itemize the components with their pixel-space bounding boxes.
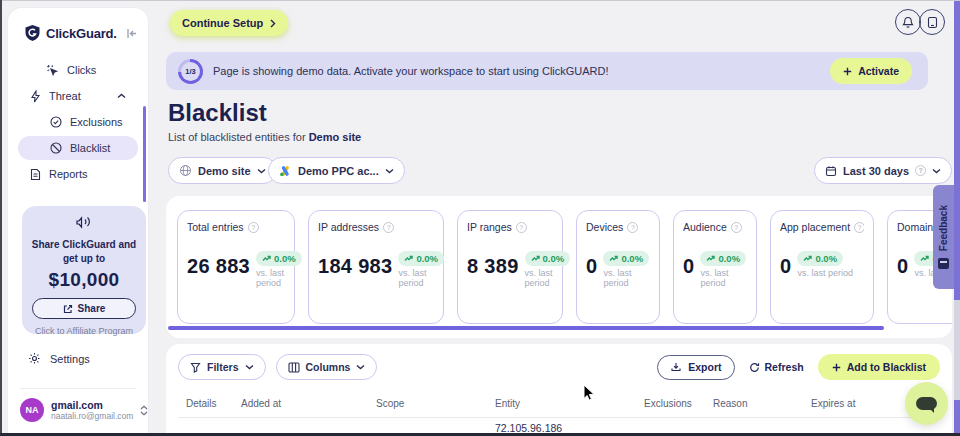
- info-icon[interactable]: ?: [516, 222, 527, 233]
- page-subtitle: List of blacklisted entities for Demo si…: [168, 131, 361, 143]
- chevron-down-icon: [257, 168, 266, 174]
- funnel-icon: [190, 362, 201, 373]
- column-header-reason[interactable]: Reason: [713, 398, 747, 409]
- affiliate-link-text: Click to Affiliate Program: [29, 326, 139, 336]
- stat-card-total-entries: Total entries? 26 883 0.0% vs. last peri…: [177, 210, 295, 324]
- site-selector[interactable]: Demo site: [168, 157, 277, 184]
- column-header-details[interactable]: Details: [186, 398, 217, 409]
- setup-progress-value: 1/3: [181, 62, 200, 81]
- docs-button[interactable]: [919, 9, 945, 35]
- select-chevrons-icon: [140, 405, 148, 416]
- chat-widget-button[interactable]: [905, 382, 948, 425]
- info-icon: ?: [915, 165, 926, 176]
- info-icon[interactable]: ?: [248, 222, 259, 233]
- sidebar-item-label: Reports: [49, 168, 88, 180]
- column-header-scope[interactable]: Scope: [376, 398, 404, 409]
- stat-label: IP addresses: [318, 221, 379, 233]
- export-button-label: Export: [688, 361, 721, 373]
- page-scrollbar-thumb-lower[interactable]: [954, 400, 960, 436]
- stat-value: 0: [683, 256, 694, 276]
- filters-button-label: Filters: [207, 361, 239, 373]
- vs-period-text: vs. last period: [797, 268, 853, 278]
- page-scrollbar-thumb[interactable]: [954, 0, 960, 300]
- add-to-blacklist-label: Add to Blacklist: [847, 361, 926, 373]
- avatar: NA: [20, 398, 44, 422]
- feedback-tab-label: Feedback: [938, 205, 949, 251]
- export-button[interactable]: Export: [657, 355, 734, 380]
- sidebar: ClickGuard. Clicks Threat Exclusions Bla…: [8, 8, 148, 436]
- activate-button-label: Activate: [858, 65, 899, 77]
- notifications-button[interactable]: [895, 9, 921, 35]
- external-link-icon: [63, 304, 73, 314]
- sidebar-item-threat[interactable]: Threat: [18, 84, 138, 108]
- cards-horizontal-scrollbar[interactable]: [168, 326, 884, 330]
- delta-badge: 0.0%: [603, 251, 649, 266]
- sidebar-item-label: Exclusions: [70, 116, 123, 128]
- promo-text: Share ClickGuard and get up to: [29, 238, 139, 265]
- window-edge-left: [0, 0, 2, 436]
- sidebar-item-label: Threat: [49, 90, 81, 102]
- sidebar-item-label: Blacklist: [70, 142, 110, 154]
- site-selector-value: Demo site: [198, 165, 251, 177]
- stats-cards-panel: Total entries? 26 883 0.0% vs. last peri…: [166, 196, 952, 338]
- sidebar-item-exclusions[interactable]: Exclusions: [18, 110, 138, 134]
- ppc-account-selector[interactable]: Demo PPC ac...: [268, 157, 405, 184]
- click-cursor-icon: [46, 64, 59, 77]
- activate-button[interactable]: Activate: [830, 58, 912, 84]
- sidebar-item-clicks[interactable]: Clicks: [18, 58, 138, 82]
- banner-message: Page is showing demo data. Activate your…: [213, 65, 609, 77]
- sidebar-item-blacklist[interactable]: Blacklist: [18, 136, 138, 160]
- stat-label: Total entries: [187, 221, 244, 233]
- table-header-row: Details Added at Scope Entity Exclusions…: [178, 398, 940, 412]
- feedback-tab[interactable]: Feedback: [933, 185, 954, 289]
- add-to-blacklist-button[interactable]: Add to Blacklist: [818, 354, 940, 380]
- delta-value: 0.0%: [621, 253, 643, 264]
- column-header-added-at[interactable]: Added at: [241, 398, 281, 409]
- sidebar-scrollbar-thumb[interactable]: [143, 106, 146, 202]
- user-account-row[interactable]: NA gmail.com naatali.ro@gmail.com: [20, 398, 138, 422]
- chevron-down-icon: [385, 168, 394, 174]
- stat-card-audience: Audience? 0 0.0% vs. last period: [673, 210, 757, 324]
- refresh-icon: [749, 362, 760, 373]
- stat-label: IP ranges: [467, 221, 512, 233]
- page-subtitle-site: Demo site: [309, 131, 362, 143]
- info-icon[interactable]: ?: [627, 222, 638, 233]
- refresh-button[interactable]: Refresh: [749, 361, 804, 373]
- blacklist-table-panel: Filters Columns Export Refresh: [166, 344, 952, 436]
- filters-button[interactable]: Filters: [178, 354, 266, 380]
- columns-icon: [288, 362, 300, 373]
- table-row[interactable]: 72.105.96.186: [178, 418, 940, 430]
- user-name: gmail.com: [51, 399, 133, 412]
- ppc-account-value: Demo PPC ac...: [298, 165, 379, 177]
- sidebar-item-settings[interactable]: Settings: [28, 352, 90, 365]
- settings-label: Settings: [50, 353, 90, 365]
- sidebar-item-reports[interactable]: Reports: [18, 162, 138, 186]
- stat-card-devices: Devices? 0 0.0% vs. last period: [576, 210, 660, 324]
- report-document-icon: [30, 168, 41, 181]
- info-icon[interactable]: ?: [383, 222, 394, 233]
- stat-label: Audience: [683, 221, 727, 233]
- share-button[interactable]: Share: [32, 298, 136, 319]
- info-icon[interactable]: ?: [854, 222, 864, 233]
- columns-button[interactable]: Columns: [276, 354, 378, 380]
- export-download-icon: [670, 361, 682, 373]
- stat-value: 0: [586, 256, 597, 276]
- clickguard-shield-icon: [24, 24, 41, 42]
- date-range-selector[interactable]: Last 30 days ?: [814, 157, 952, 184]
- refresh-button-label: Refresh: [765, 361, 804, 373]
- column-header-exclusions[interactable]: Exclusions: [644, 398, 692, 409]
- continue-setup-button[interactable]: Continue Setup: [170, 10, 288, 36]
- affiliate-promo-card[interactable]: Share ClickGuard and get up to $10,000 S…: [22, 206, 146, 334]
- delta-badge: 0.0%: [797, 251, 843, 266]
- stat-label: App placement: [780, 221, 850, 233]
- table-toolbar: Filters Columns Export Refresh: [178, 354, 940, 380]
- columns-button-label: Columns: [306, 361, 351, 373]
- speech-bubble-icon: [916, 397, 937, 410]
- info-icon[interactable]: ?: [731, 222, 742, 233]
- column-header-expires-at[interactable]: Expires at: [811, 398, 855, 409]
- chevron-right-icon: [270, 19, 276, 28]
- column-header-entity[interactable]: Entity: [495, 398, 520, 409]
- stat-value: 26 883: [187, 256, 250, 276]
- collapse-sidebar-icon[interactable]: [126, 28, 138, 39]
- stat-label: Devices: [586, 221, 623, 233]
